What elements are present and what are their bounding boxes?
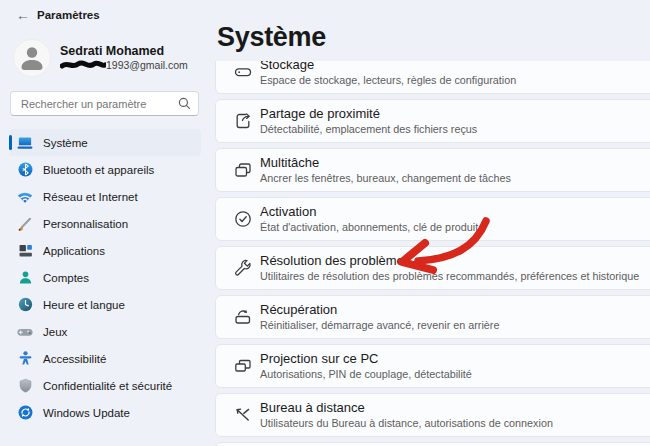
card-resolution-des-problemes[interactable]: Résolution des problèmes Utilitaires de … bbox=[215, 246, 650, 290]
sidebar-nav: Système Bluetooth et appareils Réseau et… bbox=[0, 129, 210, 426]
card-title: Projection sur ce PC bbox=[260, 351, 472, 367]
card-subtitle: Utilisateurs du Bureau à distance, autor… bbox=[260, 417, 553, 430]
avatar bbox=[13, 39, 51, 77]
sidebar-item-heure-langue[interactable]: Heure et langue bbox=[9, 291, 201, 318]
wifi-icon bbox=[16, 188, 34, 206]
card-projection-sur-ce-pc[interactable]: Projection sur ce PC Autorisations, PIN … bbox=[215, 344, 650, 388]
sidebar-item-label: Jeux bbox=[43, 326, 67, 338]
card-stockage[interactable]: Stockage Espace de stockage, lecteurs, r… bbox=[215, 61, 650, 94]
sidebar-item-windows-update[interactable]: Windows Update bbox=[9, 399, 201, 426]
projection-screens-icon bbox=[233, 356, 253, 376]
sidebar-item-label: Comptes bbox=[43, 272, 89, 284]
card-subtitle: Détectabilité, emplacement des fichiers … bbox=[260, 123, 477, 136]
search-input[interactable] bbox=[11, 98, 174, 110]
sidebar: Sedrati Mohamed 1993@gmail.com Système bbox=[0, 0, 210, 446]
sidebar-item-label: Accessibilité bbox=[43, 353, 106, 365]
person-icon bbox=[16, 269, 34, 287]
search-box bbox=[10, 91, 199, 116]
paintbrush-icon bbox=[16, 215, 34, 233]
card-bureau-a-distance[interactable]: Bureau à distance Utilisateurs du Bureau… bbox=[215, 393, 650, 437]
activation-check-icon bbox=[233, 209, 253, 229]
profile-name: Sedrati Mohamed bbox=[60, 44, 164, 58]
sidebar-item-comptes[interactable]: Comptes bbox=[9, 264, 201, 291]
settings-list: Stockage Espace de stockage, lecteurs, r… bbox=[215, 61, 650, 446]
person-silhouette-icon bbox=[13, 39, 51, 77]
update-arrows-icon bbox=[16, 404, 34, 422]
card-subtitle: Réinitialiser, démarrage avancé, revenir… bbox=[260, 319, 499, 332]
card-multitache[interactable]: Multitâche Ancrer les fenêtres, bureaux,… bbox=[215, 148, 650, 192]
card-next-partial bbox=[215, 442, 650, 446]
card-title: Résolution des problèmes bbox=[260, 253, 639, 269]
multitask-windows-icon bbox=[233, 160, 253, 180]
sidebar-item-systeme[interactable]: Système bbox=[9, 129, 201, 156]
card-title: Activation bbox=[260, 204, 478, 220]
profile-email: 1993@gmail.com bbox=[60, 59, 188, 71]
card-title: Récupération bbox=[260, 302, 499, 318]
remote-desktop-icon bbox=[233, 405, 253, 425]
card-partage-de-proximite[interactable]: Partage de proximité Détectabilité, empl… bbox=[215, 99, 650, 143]
sidebar-item-reseau[interactable]: Réseau et Internet bbox=[9, 183, 201, 210]
card-title: Partage de proximité bbox=[260, 106, 477, 122]
sidebar-item-label: Personnalisation bbox=[43, 218, 128, 230]
bluetooth-icon bbox=[16, 161, 34, 179]
settings-window: ← Paramètres Sedrati Mohamed 1993@gmail.… bbox=[0, 0, 650, 446]
sidebar-item-label: Bluetooth et appareils bbox=[43, 164, 154, 176]
page-title: Système bbox=[217, 22, 326, 53]
card-subtitle: État d'activation, abonnements, clé de p… bbox=[260, 221, 478, 234]
card-recuperation[interactable]: Récupération Réinitialiser, démarrage av… bbox=[215, 295, 650, 339]
selected-accent-bar bbox=[9, 135, 12, 150]
card-title: Stockage bbox=[260, 61, 516, 73]
card-title: Bureau à distance bbox=[260, 400, 553, 416]
sidebar-item-confidentialite[interactable]: Confidentialité et sécurité bbox=[9, 372, 201, 399]
email-visible-text: 1993@gmail.com bbox=[106, 59, 188, 71]
sidebar-item-label: Heure et langue bbox=[43, 299, 125, 311]
sidebar-item-applications[interactable]: Applications bbox=[9, 237, 201, 264]
accessibility-icon bbox=[16, 350, 34, 368]
recovery-box-icon bbox=[233, 307, 253, 327]
card-subtitle: Ancrer les fenêtres, bureaux, changement… bbox=[260, 172, 511, 185]
sidebar-item-bluetooth[interactable]: Bluetooth et appareils bbox=[9, 156, 201, 183]
sidebar-item-accessibilite[interactable]: Accessibilité bbox=[9, 345, 201, 372]
card-activation[interactable]: Activation État d'activation, abonnement… bbox=[215, 197, 650, 241]
sidebar-item-label: Confidentialité et sécurité bbox=[43, 380, 172, 392]
storage-drive-icon bbox=[233, 62, 253, 82]
sidebar-item-label: Applications bbox=[43, 245, 105, 257]
nearby-share-icon bbox=[233, 111, 253, 131]
shield-icon bbox=[16, 377, 34, 395]
sidebar-item-jeux[interactable]: Jeux bbox=[9, 318, 201, 345]
card-subtitle: Utilitaires de résolution des problèmes … bbox=[260, 270, 639, 283]
search-icon bbox=[174, 94, 194, 114]
sidebar-item-personnalisation[interactable]: Personnalisation bbox=[9, 210, 201, 237]
card-subtitle: Autorisations, PIN de couplage, détectab… bbox=[260, 368, 472, 381]
sidebar-item-label: Windows Update bbox=[43, 407, 130, 419]
card-subtitle: Espace de stockage, lecteurs, règles de … bbox=[260, 74, 516, 87]
email-redaction-scribble bbox=[60, 60, 106, 70]
sidebar-item-label: Système bbox=[43, 137, 88, 149]
game-controller-icon bbox=[16, 323, 34, 341]
laptop-icon bbox=[16, 134, 34, 152]
card-title: Multitâche bbox=[260, 155, 511, 171]
sidebar-item-label: Réseau et Internet bbox=[43, 191, 138, 203]
clock-icon bbox=[16, 296, 34, 314]
wrench-icon bbox=[233, 258, 253, 278]
apps-grid-icon bbox=[16, 242, 34, 260]
